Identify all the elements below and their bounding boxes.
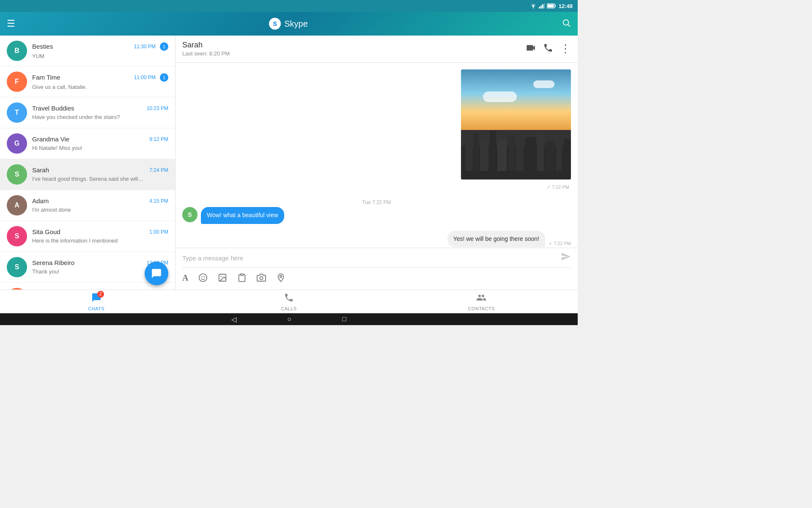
chat-item-besties[interactable]: B Besties 11:30 PM 1 YUM [0, 36, 175, 66]
search-icon[interactable] [562, 18, 571, 30]
last-seen: Last seen: 8:20 PM [182, 50, 230, 57]
chat-item-sita-goud[interactable]: S Sita Goud 1:00 PM Here is the informat… [0, 221, 175, 252]
nav-calls[interactable]: CALLS [192, 293, 385, 311]
svg-point-25 [204, 276, 205, 277]
chat-time-sita-goud: 1:00 PM [149, 229, 168, 235]
chat-name-row: Fam Time 11:00 PM 1 [32, 73, 168, 82]
chat-item-adam[interactable]: A Adam 4:15 PM I'm almost done [0, 190, 175, 221]
clipboard-icon[interactable] [237, 273, 247, 284]
svg-point-8 [563, 19, 569, 25]
sent-image [461, 69, 571, 179]
chat-time-grandma-vie: 9:12 PM [149, 136, 168, 142]
chat-name-grandma-vie: Grandma Vie [32, 135, 69, 143]
chat-name-serena-ribeiro: Serena Ribeiro [32, 259, 74, 266]
chat-avatar-serena-ribeiro: S [7, 257, 27, 277]
chat-name-row: Besties 11:30 PM 1 [32, 42, 168, 51]
svg-rect-7 [547, 5, 554, 8]
chat-list: B Besties 11:30 PM 1 YUM F Fam Time [0, 36, 176, 290]
skype-logo-text: S [273, 20, 277, 27]
image-icon[interactable] [218, 273, 227, 284]
svg-point-30 [280, 276, 282, 278]
svg-point-29 [260, 276, 263, 279]
chat-name-sita-goud: Sita Goud [32, 228, 60, 235]
chat-name-row: Adam 4:15 PM [32, 197, 168, 204]
chat-name-besties: Besties [32, 43, 53, 50]
chat-avatar-sita-goud: S [7, 226, 27, 246]
chat-avatar-travel-buddies: T [7, 102, 27, 123]
svg-line-9 [568, 25, 570, 27]
send-button[interactable] [561, 251, 571, 264]
nav-contacts[interactable]: CONTACTS [385, 293, 578, 311]
message-bubble-sent-1: Yes! we will be going there soon! [447, 231, 545, 248]
chat-preview-sarah: I've heard good things. Serena said she … [32, 176, 143, 182]
svg-point-0 [533, 8, 534, 8]
svg-rect-4 [544, 3, 545, 8]
wifi-icon [530, 3, 537, 8]
messages-area[interactable]: ✓ 7:22 PM Tue 7:22 PM S Wow! what a beau… [176, 63, 578, 248]
system-nav: ◁ ○ □ [0, 313, 578, 325]
svg-rect-11 [465, 137, 473, 171]
svg-rect-19 [537, 133, 544, 171]
svg-rect-14 [490, 131, 496, 171]
svg-rect-22 [564, 139, 571, 171]
chat-time-besties: 11:30 PM [134, 44, 156, 50]
more-options-icon[interactable]: ⋮ [560, 42, 571, 55]
phone-call-icon[interactable] [543, 43, 553, 55]
svg-point-27 [221, 276, 222, 277]
contact-name: Sarah [182, 41, 230, 50]
chat-name-row: Sarah 7:24 PM [32, 166, 168, 174]
svg-rect-6 [555, 5, 556, 7]
chat-item-sarah[interactable]: S Sarah 7:24 PM I've heard good things. … [0, 159, 175, 190]
input-tools: A [182, 271, 571, 286]
svg-rect-2 [540, 6, 542, 8]
chat-info-sarah: Sarah 7:24 PM I've heard good things. Se… [32, 166, 168, 182]
chat-name-sarah: Sarah [32, 166, 49, 174]
message-input-row [182, 251, 571, 268]
home-button[interactable]: ○ [287, 315, 291, 323]
chat-avatar-kadji-bell: K [7, 288, 27, 290]
chat-preview-adam: I'm almost done [32, 207, 71, 213]
text-format-icon[interactable]: A [182, 273, 188, 284]
message-input[interactable] [182, 254, 557, 262]
camera-icon[interactable] [257, 273, 266, 284]
chats-nav-icon: 2 [91, 293, 102, 305]
status-icons [530, 3, 556, 8]
bottom-nav: 2 CHATS CALLS CONTACTS [0, 290, 578, 313]
chat-item-travel-buddies[interactable]: T Travel Buddies 10:23 PM Have you check… [0, 97, 175, 128]
chat-item-grandma-vie[interactable]: G Grandma Vie 9:12 PM Hi Natalie! Miss y… [0, 128, 175, 159]
chat-preview-sita-goud: Here is the information I mentioned [32, 237, 118, 244]
chat-avatar-fam-time: F [7, 72, 27, 92]
chat-avatar-sarah: S [7, 164, 27, 185]
chat-name-travel-buddies: Travel Buddies [32, 105, 74, 112]
svg-rect-3 [542, 4, 543, 8]
contacts-nav-icon [476, 293, 486, 305]
chat-item-fam-time[interactable]: F Fam Time 11:00 PM 1 Give us a call, Na… [0, 66, 175, 97]
message-row-received-1: S Wow! what a beautiful view [182, 207, 571, 224]
chat-preview-travel-buddies: Have you checked under the stairs? [32, 114, 120, 120]
svg-rect-1 [539, 7, 540, 8]
svg-rect-28 [241, 274, 244, 276]
recent-apps-button[interactable]: □ [342, 315, 346, 323]
location-icon[interactable] [276, 273, 285, 284]
status-bar: 12:48 [0, 0, 578, 12]
chat-info-grandma-vie: Grandma Vie 9:12 PM Hi Natalie! Miss you… [32, 135, 168, 152]
svg-rect-12 [474, 133, 479, 171]
chat-item-kadji-bell[interactable]: K Kadji Bell 12:05 PM [0, 283, 175, 290]
svg-rect-16 [508, 135, 514, 171]
menu-icon[interactable]: ☰ [7, 18, 15, 29]
cloud-decoration2 [533, 80, 554, 88]
new-chat-button[interactable] [145, 262, 168, 285]
video-call-icon[interactable] [525, 42, 536, 56]
back-button[interactable]: ◁ [231, 315, 236, 323]
chat-badge-fam-time: 1 [160, 73, 168, 82]
emoji-icon[interactable] [198, 273, 208, 284]
message-row-sent-1: ✓ 7:22 PM Yes! we will be going there so… [182, 231, 571, 248]
nav-chats[interactable]: 2 CHATS [0, 293, 192, 311]
image-sent-time: ✓ 7:22 PM [547, 185, 569, 190]
chat-name-row: Grandma Vie 9:12 PM [32, 135, 168, 143]
chat-window: Sarah Last seen: 8:20 PM ⋮ [176, 36, 578, 290]
sarah-avatar: S [182, 207, 198, 222]
contacts-label: CONTACTS [468, 306, 495, 311]
calls-label: CALLS [281, 306, 296, 311]
chat-preview-grandma-vie: Hi Natalie! Miss you! [32, 145, 82, 151]
